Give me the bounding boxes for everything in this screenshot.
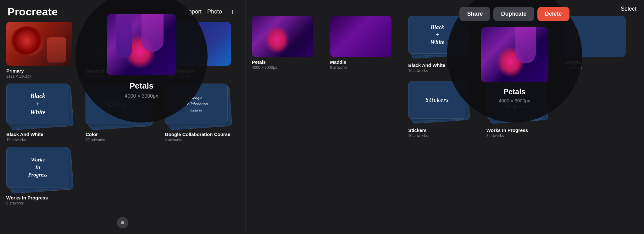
artwork-black-white[interactable]: Black+White Black And White 16 artworks	[6, 84, 80, 142]
petals-preview-left	[107, 14, 176, 75]
artwork-title: Stickers	[408, 128, 481, 133]
artwork-title: Petals	[252, 59, 325, 65]
artwork-wip[interactable]: WorksInProgress Works In Progress 8 artw…	[6, 147, 72, 205]
artwork-title: Works In Progress	[486, 128, 560, 133]
artwork-subtitle: 10 artworks	[408, 133, 481, 138]
context-menu: Share Duplicate Delete	[459, 7, 569, 21]
artwork-subtitle: 6 artworks	[330, 65, 403, 70]
right-header: Select	[246, 0, 644, 16]
photo-button[interactable]: Photo	[207, 8, 222, 15]
artwork-title: Maddie	[330, 59, 403, 65]
artwork-primary[interactable]: Primary 2121 × 1361px	[6, 22, 80, 79]
overlay-left-dims: 4000 × 3000px	[125, 93, 158, 99]
artwork-maddie-right[interactable]: Maddie 6 artworks	[330, 16, 403, 73]
artwork-title: Black And White	[6, 132, 80, 137]
overlay-right-dims: 4000 × 3000px	[499, 98, 530, 103]
stack-thumb-bw: Black+White	[6, 84, 72, 129]
app-title: Procreate	[8, 6, 58, 18]
artwork-title: Google Collaboration Course	[165, 132, 239, 137]
right-grid-row2: Stickers Stickers 10 artworks WorksInPro…	[246, 76, 644, 138]
artwork-subtitle: 8 artworks	[486, 133, 560, 138]
artwork-subtitle: 4 artworks	[165, 138, 239, 142]
artwork-subtitle: 8 artworks	[6, 201, 72, 205]
left-panel: Procreate Import Photo + Primary 2121 × …	[0, 0, 245, 234]
thumb-petals-right	[252, 16, 313, 57]
overlay-right-title: Petals	[503, 87, 526, 96]
artwork-petals-right[interactable]: Petals 4000 × 3000px	[252, 16, 325, 73]
artwork-subtitle: 52 artworks	[86, 138, 160, 142]
right-grid: Petals 4000 × 3000px Maddie 6 artworks B…	[246, 16, 644, 73]
thumb-primary	[6, 22, 80, 66]
artwork-title: Color	[86, 132, 160, 137]
add-button[interactable]: +	[228, 7, 238, 17]
petals-preview-right	[481, 27, 548, 82]
select-button[interactable]: Select	[621, 6, 636, 12]
right-panel: Select Petals 4000 × 3000px Maddie 6 art…	[246, 0, 644, 234]
thumb-maddie-right	[330, 16, 391, 57]
empty-1	[252, 81, 325, 138]
artwork-title: Works In Progress	[6, 195, 72, 200]
artwork-subtitle: 4000 × 3000px	[252, 65, 325, 70]
header-actions: Import Photo +	[186, 7, 238, 17]
share-button[interactable]: Share	[459, 7, 490, 21]
artwork-subtitle: 2121 × 1361px	[6, 74, 80, 79]
artwork-title: Primary	[6, 68, 80, 73]
duplicate-button[interactable]: Duplicate	[493, 7, 534, 21]
bottom-row: WorksInProgress Works In Progress 8 artw…	[0, 142, 245, 205]
overlay-left-title: Petals	[130, 81, 154, 91]
stack-thumb-wip: WorksInProgress	[6, 147, 72, 193]
artwork-subtitle: 16 artworks	[6, 138, 80, 142]
delete-button[interactable]: Delete	[537, 7, 569, 21]
empty-2	[330, 81, 403, 138]
scroll-indicator	[117, 217, 128, 228]
